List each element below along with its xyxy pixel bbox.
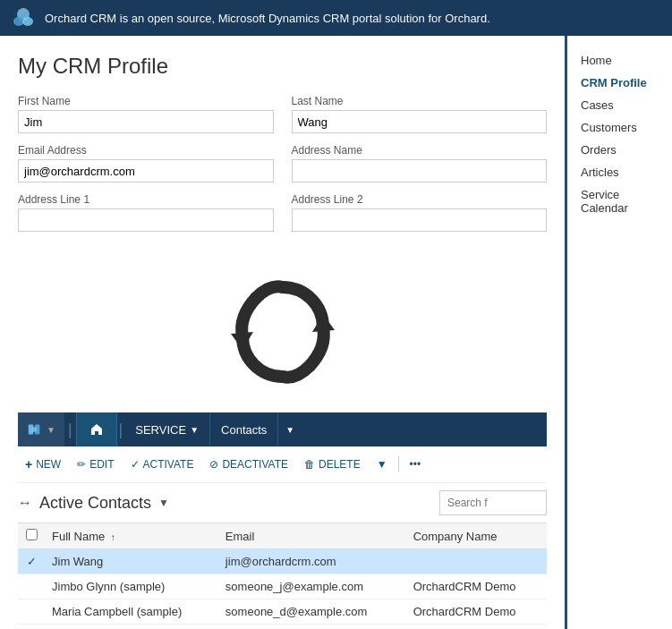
navbar-logo-chevron-icon: ▼ [47,425,55,435]
table-row[interactable]: Jimbo Glynn (sample) someone_j@example.c… [18,574,547,599]
row-email: jim@orchardcrm.com [218,549,406,574]
sync-icon [220,269,345,395]
row-fullname: Jimbo Glynn (sample) [45,574,218,599]
table-header-company: Company Name [406,523,547,549]
sidebar-home-label: Home [581,54,612,67]
form-row-name: First Name Last Name [18,95,547,133]
table-body: ✓ Jim Wang jim@orchardcrm.com Jimbo Glyn… [18,549,547,625]
table-row[interactable]: ✓ Jim Wang jim@orchardcrm.com [18,549,547,574]
first-name-label: First Name [18,95,274,107]
activate-label: ACTIVATE [143,458,194,471]
row-email: someone_d@example.com [218,599,406,625]
navbar-service-button[interactable]: SERVICE ▼ [124,412,209,446]
sync-icon-container [18,242,547,412]
last-name-label: Last Name [292,95,548,107]
sidebar-item-articles[interactable]: Articles [567,161,672,183]
sidebar-item-home[interactable]: Home [567,49,672,72]
address-line1-input[interactable] [18,208,274,232]
sidebar: Home CRM Profile Cases Customers Orders … [565,36,672,629]
new-icon: + [25,457,32,472]
form-row-address: Address Line 1 Address Line 2 [18,193,547,232]
contacts-nav-label: Contacts [221,423,267,437]
delete-icon: 🗑 [304,458,315,471]
deactivate-icon: ⊘ [209,458,218,471]
sidebar-crm-profile-label: CRM Profile [581,76,647,89]
crm-form: First Name Last Name Email Address Addre… [18,95,547,232]
crm-navbar: ▼ | | SERVICE ▼ Contacts ▼ [18,412,547,446]
service-chevron-icon: ▼ [190,425,199,435]
delete-more-icon: ▼ [377,458,387,471]
table-header-email: Email [218,523,406,549]
sidebar-item-crm-profile[interactable]: CRM Profile [567,72,672,94]
deactivate-button[interactable]: ⊘ DEACTIVATE [202,455,295,474]
edit-label: EDIT [89,458,114,471]
address-name-label: Address Name [292,144,548,157]
address-line2-input[interactable] [292,208,548,232]
orchard-logo-icon [11,5,36,30]
row-checkbox-cell [18,574,45,599]
action-bar: + NEW ✏ EDIT ✓ ACTIVATE ⊘ DEACTIVATE 🗑 D… [18,446,547,483]
sidebar-articles-label: Articles [581,166,619,179]
deactivate-label: DEACTIVATE [222,458,288,471]
email-label: Email Address [18,144,274,157]
sidebar-item-customers[interactable]: Customers [567,116,672,139]
search-input[interactable] [439,490,547,515]
last-name-input[interactable] [292,110,548,133]
contacts-section-title: Active Contacts [39,494,151,513]
address-line2-group: Address Line 2 [292,193,548,232]
main-layout: My CRM Profile First Name Last Name Emai… [0,36,672,629]
activate-button[interactable]: ✓ ACTIVATE [123,455,201,474]
contacts-header: ↔ Active Contacts ▼ [18,490,547,515]
banner-text: Orchard CRM is an open source, Microsoft… [45,12,490,25]
delete-button[interactable]: 🗑 DELETE [297,455,368,474]
delete-label: DELETE [319,458,361,471]
email-group: Email Address [18,144,274,183]
top-banner: Orchard CRM is an open source, Microsoft… [0,0,672,36]
navbar-contacts-more-button[interactable]: ▼ [277,412,302,446]
sidebar-item-orders[interactable]: Orders [567,139,672,161]
content-area: My CRM Profile First Name Last Name Emai… [0,36,565,629]
sidebar-cases-label: Cases [581,98,614,112]
address-line1-group: Address Line 1 [18,193,274,232]
navbar-contacts-button[interactable]: Contacts [209,412,277,446]
address-line2-label: Address Line 2 [292,193,548,206]
email-input[interactable] [18,159,274,183]
row-company: OrchardCRM Demo [406,574,547,599]
table-row[interactable]: Maria Campbell (sample) someone_d@exampl… [18,599,547,625]
row-fullname: Jim Wang [45,549,218,574]
first-name-input[interactable] [18,110,274,133]
table-header-checkbox [18,523,45,549]
page-title: My CRM Profile [18,54,547,79]
row-company [406,549,547,574]
sidebar-item-service-calendar[interactable]: Service Calendar [567,183,672,219]
sidebar-service-calendar-label: Service Calendar [581,188,628,215]
row-checked-icon: ✓ [27,555,37,568]
contacts-title-chevron-icon[interactable]: ▼ [158,497,169,509]
more-actions-button[interactable]: ••• [403,455,429,474]
contacts-more-chevron-icon: ▼ [285,425,294,435]
select-all-checkbox[interactable] [26,529,38,540]
navbar-home-button[interactable] [76,412,117,446]
delete-more-button[interactable]: ▼ [370,455,395,474]
nav-divider2: | [117,412,125,446]
navbar-logo-button[interactable]: ▼ [18,412,64,446]
row-fullname: Maria Campbell (sample) [45,599,218,625]
new-label: NEW [36,458,61,471]
sidebar-orders-label: Orders [581,143,617,157]
row-checkbox-cell [18,599,45,625]
crm-logo-icon [27,421,43,438]
table-header: Full Name ↑ Email Company Name [18,523,547,549]
svg-rect-3 [22,8,24,13]
new-button[interactable]: + NEW [18,454,68,475]
contacts-back-icon: ↔ [18,495,32,511]
ellipsis-icon: ••• [410,458,421,471]
sort-fullname-icon[interactable]: ↑ [111,532,115,542]
address-name-input[interactable] [292,159,548,183]
address-line1-label: Address Line 1 [18,193,274,206]
row-checkbox-cell: ✓ [18,549,45,574]
edit-button[interactable]: ✏ EDIT [70,455,121,474]
home-icon [89,422,104,437]
activate-icon: ✓ [131,458,140,471]
sidebar-item-cases[interactable]: Cases [567,94,672,116]
svg-rect-8 [31,427,36,431]
